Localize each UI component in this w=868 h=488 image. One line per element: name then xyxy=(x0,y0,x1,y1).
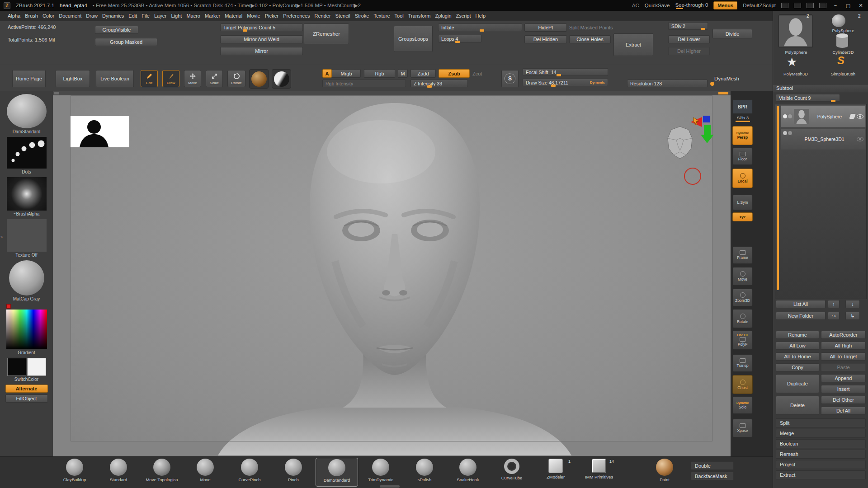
new-folder-button[interactable]: New Folder xyxy=(776,312,826,320)
del-higher-button[interactable]: Del Higher xyxy=(668,47,710,55)
all-high-button[interactable]: All High xyxy=(821,342,866,350)
boolean-section-button[interactable]: Boolean xyxy=(776,439,866,448)
layout3-icon[interactable] xyxy=(807,3,814,8)
menu-document[interactable]: Document xyxy=(57,12,84,20)
del-hidden-button[interactable]: Del Hidden xyxy=(524,35,567,43)
paste-button[interactable]: Paste xyxy=(821,363,866,371)
polyf-button[interactable]: Line Fill PolyF xyxy=(732,330,753,350)
canvas[interactable] xyxy=(53,91,731,456)
duplicate-button[interactable]: Duplicate xyxy=(776,374,819,393)
layout-icon[interactable] xyxy=(781,3,788,8)
brush-claybuildup[interactable]: ClayBuildup xyxy=(53,459,96,482)
brush-pinch[interactable]: Pinch xyxy=(272,459,315,482)
brush-trimdynamic[interactable]: TrimDynamic xyxy=(359,459,402,482)
menu-draw[interactable]: Draw xyxy=(84,12,100,20)
brush-zmodeler[interactable]: ZModeler1 xyxy=(534,459,577,479)
minimize-button[interactable]: − xyxy=(832,3,839,8)
bpr-button[interactable]: BPR xyxy=(732,99,753,114)
z-intensity-slider[interactable]: Z Intensity 33 xyxy=(410,80,468,87)
xyz-button[interactable]: xyz xyxy=(732,212,753,221)
menu-macro[interactable]: Macro xyxy=(184,12,203,20)
spix-handle[interactable] xyxy=(736,121,750,122)
spix-slider[interactable]: SPix 3 xyxy=(733,116,752,122)
menu-brush[interactable]: Brush xyxy=(23,12,40,20)
see-through-handle[interactable] xyxy=(676,8,683,9)
menu-alpha[interactable]: Alpha xyxy=(5,12,23,20)
insert-button[interactable]: Insert xyxy=(821,385,866,393)
remesh-section-button[interactable]: Remesh xyxy=(776,450,866,459)
lightbox-button[interactable]: LightBox xyxy=(56,70,90,87)
brush-standard[interactable]: Standard xyxy=(97,459,140,482)
polypaint-toggle-icon[interactable] xyxy=(783,114,792,118)
current-tool-thumbnail[interactable] xyxy=(778,14,813,48)
menu-stroke[interactable]: Stroke xyxy=(353,12,372,20)
groupsloops-button[interactable]: GroupsLoops xyxy=(394,26,433,52)
menu-material[interactable]: Material xyxy=(222,12,245,20)
move-mode-button[interactable]: Move xyxy=(184,70,201,87)
extract-button[interactable]: Extract xyxy=(613,33,653,56)
subtool-header[interactable]: Subtool xyxy=(773,84,868,92)
menu-stencil[interactable]: Stencil xyxy=(333,12,353,20)
autoreorder-button[interactable]: AutoReorder xyxy=(821,331,866,339)
loops-slider[interactable]: Loops 4 xyxy=(438,35,481,42)
mirror-button[interactable]: Mirror xyxy=(220,47,303,55)
move-to-folder-button[interactable]: ↪ xyxy=(828,312,840,320)
backface-mask-button[interactable]: BackfaceMask xyxy=(691,472,734,480)
eye-icon[interactable] xyxy=(857,137,863,141)
floor-button[interactable]: Floor xyxy=(732,148,753,165)
subtool-up-button[interactable]: ↑ xyxy=(828,300,840,308)
split-section-button[interactable]: Split xyxy=(776,418,866,427)
mrgb-a-toggle[interactable]: A xyxy=(322,69,332,78)
extract-section-button[interactable]: Extract xyxy=(776,470,866,479)
see-through-slider[interactable]: See-through 0 xyxy=(675,2,708,9)
maximize-button[interactable]: ▢ xyxy=(844,3,852,9)
alternate-button[interactable]: Alternate xyxy=(5,385,48,393)
default-zscript-button[interactable]: DefaultZScript xyxy=(743,3,776,8)
group-masked-button[interactable]: Group Masked xyxy=(95,38,157,46)
menu-light[interactable]: Light xyxy=(169,12,184,20)
all-to-target-button[interactable]: All To Target xyxy=(821,352,866,361)
menu-dynamics[interactable]: Dynamics xyxy=(100,12,126,20)
simplebrush-s-icon[interactable]: S xyxy=(837,55,844,66)
subtool-down-button[interactable]: ↓ xyxy=(845,300,860,308)
draw-size-slider[interactable]: Draw Size 46.17211Dynamic xyxy=(523,79,608,86)
copy-button[interactable]: Copy xyxy=(776,363,819,371)
menu-tool[interactable]: Tool xyxy=(392,12,406,20)
alpha-thumbnail[interactable] xyxy=(7,177,47,211)
zremesher-button[interactable]: ZRemesher xyxy=(304,23,349,44)
gradient-material-button[interactable] xyxy=(272,69,291,89)
delete-button[interactable]: Delete xyxy=(776,396,819,415)
gradient-picker-area[interactable] xyxy=(6,310,47,349)
secondary-color-swatch[interactable] xyxy=(27,358,46,376)
zsub-button[interactable]: Zsub xyxy=(439,69,470,78)
hidept-button[interactable]: HidePt xyxy=(524,23,567,32)
dynamesh-label[interactable]: DynaMesh xyxy=(714,76,739,81)
solo-button[interactable]: Dynamic Solo xyxy=(732,396,753,414)
edit-mode-button[interactable]: Edit xyxy=(141,70,158,87)
visible-count-slider[interactable]: Visible Count 9 xyxy=(776,94,840,102)
current-brush-thumbnail[interactable] xyxy=(7,94,47,128)
cylinder-icon[interactable] xyxy=(835,33,849,49)
menu-picker[interactable]: Picker xyxy=(263,12,281,20)
menu-file[interactable]: File xyxy=(139,12,152,20)
stroke-type-button[interactable]: S xyxy=(501,70,519,87)
close-button[interactable]: ✕ xyxy=(857,3,864,9)
slider-dot-handle[interactable] xyxy=(710,82,714,86)
reference-avatar-image[interactable] xyxy=(71,116,129,147)
menu-layer[interactable]: Layer xyxy=(152,12,169,20)
lsym-button[interactable]: L.Sym xyxy=(732,195,753,210)
sculpted-head-model[interactable] xyxy=(200,99,589,455)
subtool-scrollbar[interactable] xyxy=(777,106,779,290)
sdiv-slider[interactable]: SDiv 2 xyxy=(668,22,708,30)
del-lower-button[interactable]: Del Lower xyxy=(668,35,710,43)
slider-handle[interactable] xyxy=(455,41,460,43)
scroll-orange-handle[interactable] xyxy=(718,92,728,94)
zadd-button[interactable]: Zadd xyxy=(410,69,436,78)
color-swatch-indicator[interactable] xyxy=(6,304,11,309)
sculpt-brush-icon[interactable] xyxy=(849,114,856,119)
mrgb-button[interactable]: Mrgb xyxy=(332,69,361,78)
main-color-swatch[interactable] xyxy=(7,358,26,376)
close-holes-button[interactable]: Close Holes xyxy=(569,35,611,43)
recent-sphere-thumbnail[interactable] xyxy=(832,14,845,27)
menu-zscript[interactable]: Zscript xyxy=(454,12,473,20)
